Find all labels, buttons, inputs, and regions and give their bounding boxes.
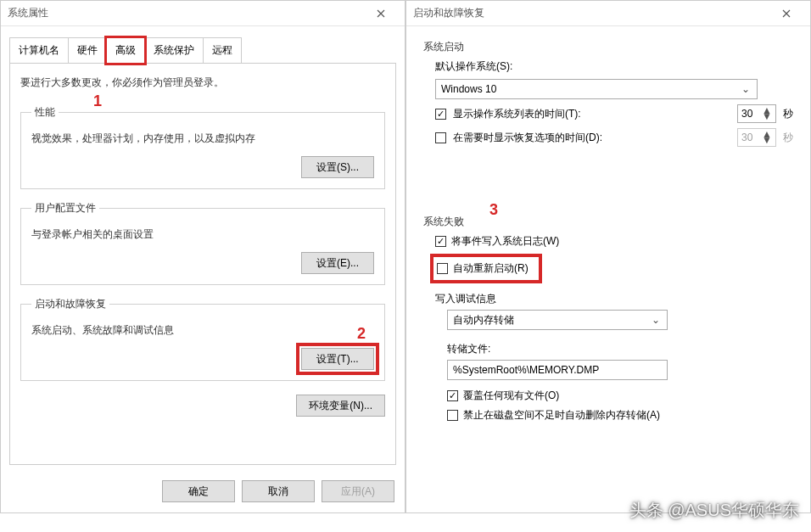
default-os-select[interactable]: Windows 10 ⌄ [435,79,758,99]
show-os-list-label: 显示操作系统列表的时间(T): [453,107,730,121]
titlebar-right: 启动和故障恢复 [406,1,810,26]
seconds-unit-2: 秒 [783,131,793,145]
tabs: 计算机名 硬件 高级 系统保护 远程 [9,36,396,63]
auto-restart-checkbox[interactable] [437,263,448,274]
startup-recovery-legend: 启动和故障恢复 [31,297,109,311]
annotation-3: 3 [489,201,498,219]
show-os-list-checkbox[interactable] [435,109,446,120]
close-button-left[interactable] [364,2,398,25]
dump-file-label: 转储文件: [447,342,793,356]
close-button-right[interactable] [769,2,803,25]
disable-auto-delete-label: 禁止在磁盘空间不足时自动删除内存转储(A) [463,408,660,423]
user-profiles-legend: 用户配置文件 [31,201,99,216]
show-recovery-seconds: 30 ▲▼ [737,128,776,147]
overwrite-checkbox[interactable] [447,390,458,401]
dump-type-select[interactable]: 自动内存转储 ⌄ [447,310,668,330]
system-startup-heading: 系统启动 [423,40,793,54]
write-event-label: 将事件写入系统日志(W) [451,234,559,249]
system-failure-heading: 系统失败 [423,215,793,229]
performance-fieldset: 性能 视觉效果，处理器计划，内存使用，以及虚拟内存 设置(S)... [20,105,385,189]
user-profiles-desc: 与登录帐户相关的桌面设置 [31,227,374,242]
default-os-value: Windows 10 [441,83,496,95]
close-icon [377,9,385,18]
admin-note: 要进行大多数更改，你必须作为管理员登录。 [20,76,385,90]
annotation-2: 2 [357,325,366,343]
dialog-buttons-left: 确定 取消 应用(A) [1,472,405,512]
startup-recovery-dialog: 启动和故障恢复 系统启动 默认操作系统(S): Windows 10 ⌄ 显示操… [406,0,811,513]
write-event-checkbox[interactable] [435,236,446,247]
performance-settings-button[interactable]: 设置(S)... [301,156,374,178]
tab-hardware[interactable]: 硬件 [68,37,107,64]
user-profiles-fieldset: 用户配置文件 与登录帐户相关的桌面设置 设置(E)... [20,201,385,285]
overwrite-label: 覆盖任何现有文件(O) [463,389,559,403]
ok-button[interactable]: 确定 [162,480,235,502]
dump-type-value: 自动内存转储 [453,313,514,328]
dump-file-input[interactable] [447,360,668,380]
disable-auto-delete-checkbox[interactable] [447,410,458,421]
dialog-title-left: 系统属性 [8,6,364,20]
auto-restart-label: 自动重新启动(R) [453,261,529,276]
spinner-arrows-icon: ▲▼ [762,108,772,120]
system-startup-section: 系统启动 默认操作系统(S): Windows 10 ⌄ 显示操作系统列表的时间… [423,40,793,152]
apply-button[interactable]: 应用(A) [322,480,394,502]
cancel-button[interactable]: 取消 [242,480,315,502]
tab-computer-name[interactable]: 计算机名 [9,37,69,64]
close-icon [782,9,791,18]
advanced-panel: 要进行大多数更改，你必须作为管理员登录。 1 性能 视觉效果，处理器计划，内存使… [9,63,396,465]
write-debug-label: 写入调试信息 [435,292,793,306]
dialog-title-right: 启动和故障恢复 [413,6,769,20]
startup-recovery-fieldset: 启动和故障恢复 系统启动、系统故障和调试信息 2 设置(T)... [20,297,385,381]
startup-recovery-desc: 系统启动、系统故障和调试信息 [31,323,374,338]
performance-legend: 性能 [31,105,59,120]
tab-advanced[interactable]: 高级 [106,37,145,64]
startup-recovery-settings-button[interactable]: 设置(T)... [301,348,374,370]
tab-remote[interactable]: 远程 [203,37,242,64]
chevron-down-icon: ⌄ [650,314,662,326]
spinner-arrows-icon: ▲▼ [762,132,772,143]
show-recovery-checkbox[interactable] [435,132,446,143]
system-failure-section: 3 系统失败 将事件写入系统日志(W) 自动重新启动(R) 写入调试信息 自动内… [423,215,793,428]
performance-desc: 视觉效果，处理器计划，内存使用，以及虚拟内存 [31,132,374,146]
tab-system-protection[interactable]: 系统保护 [144,37,204,64]
titlebar-left: 系统属性 [1,1,405,26]
environment-variables-button[interactable]: 环境变量(N)... [296,395,385,417]
default-os-label: 默认操作系统(S): [435,59,793,74]
show-recovery-label: 在需要时显示恢复选项的时间(D): [453,131,730,145]
user-profiles-settings-button[interactable]: 设置(E)... [301,252,374,274]
show-os-list-seconds[interactable]: 30 ▲▼ [737,104,776,123]
system-properties-dialog: 系统属性 计算机名 硬件 高级 系统保护 远程 要进行大多数更改，你必须作为管理… [0,0,406,513]
chevron-down-icon: ⌄ [740,83,752,95]
seconds-unit: 秒 [783,107,793,121]
